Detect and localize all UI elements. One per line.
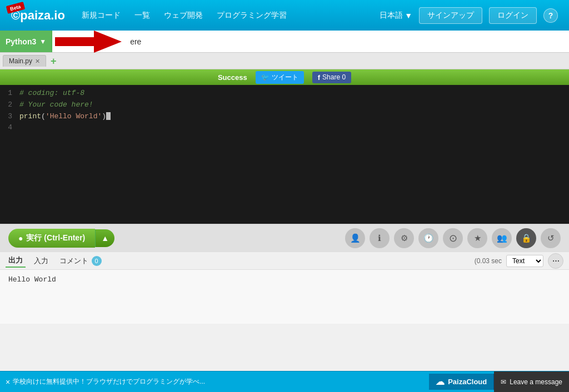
output-tabs-right: (0.03 sec Text HTML ⋯ bbox=[475, 253, 563, 269]
code-line-2: # Your code here! bbox=[19, 99, 566, 111]
refresh-icon-button[interactable]: ↺ bbox=[541, 228, 561, 248]
run-dropdown-button[interactable]: ▲ bbox=[95, 229, 114, 247]
signup-button[interactable]: サインアップ bbox=[419, 7, 482, 24]
output-content: Hello World bbox=[0, 270, 569, 289]
line-number: 3 bbox=[4, 111, 12, 123]
lock-icon-button[interactable]: 🔒 bbox=[516, 228, 536, 248]
comment-badge: 0 bbox=[92, 256, 102, 266]
github-icon-button[interactable]: ⊙ bbox=[443, 228, 463, 248]
info-icon-button[interactable]: ℹ bbox=[370, 228, 390, 248]
line-number: 4 bbox=[4, 122, 12, 134]
nav-list[interactable]: 一覧 bbox=[134, 11, 150, 21]
filename-input[interactable] bbox=[124, 31, 569, 52]
line-number: 1 bbox=[4, 88, 12, 99]
nav-programming[interactable]: プログラミング学習 bbox=[217, 11, 287, 21]
output-tab-comment[interactable]: コメント 0 bbox=[57, 255, 104, 267]
twitter-icon: 🐦 bbox=[261, 73, 269, 81]
red-arrow-icon bbox=[55, 31, 122, 53]
login-button[interactable]: ログイン bbox=[489, 7, 537, 24]
paiza-cloud-icon: ☁ bbox=[436, 376, 445, 387]
code-line-3: print('Hello World') bbox=[19, 111, 566, 123]
run-bar: ● 実行 (Ctrl-Enter) ▲ 👤 ℹ ⚙ 🕐 ⊙ ★ 👥 🔒 ↺ bbox=[0, 224, 569, 252]
group-icon-button[interactable]: 👥 bbox=[492, 228, 512, 248]
header: Beta ©paiza.io 新規コード 一覧 ウェブ開発 プログラミング学習 … bbox=[0, 0, 569, 31]
language-selector-btn[interactable]: Python3 ▼ bbox=[0, 31, 52, 52]
output-format-select[interactable]: Text HTML bbox=[506, 255, 543, 267]
output-tab-input[interactable]: 入力 bbox=[31, 255, 51, 267]
header-right: 日本語 ▼ サインアップ ログイン ? bbox=[380, 7, 558, 24]
paiza-cloud-button[interactable]: ☁ PaizaCloud bbox=[429, 374, 494, 390]
selected-language: Python3 bbox=[6, 37, 36, 46]
tab-row: Main.py ✕ + bbox=[0, 53, 569, 69]
svg-marker-0 bbox=[55, 31, 122, 53]
code-editor[interactable]: 1 2 3 4 # coding: utf-8 # Your code here… bbox=[0, 85, 569, 224]
user-icon-button[interactable]: 👤 bbox=[345, 228, 365, 248]
settings-icon-button[interactable]: ⚙ bbox=[394, 228, 414, 248]
bottom-promo: × 学校向けに無料提供中！ブラウザだけでプログラミングが学べ... bbox=[0, 377, 429, 386]
toolbar-icons: 👤 ℹ ⚙ 🕐 ⊙ ★ 👥 🔒 ↺ bbox=[345, 228, 561, 248]
tweet-button[interactable]: 🐦 ツイート bbox=[256, 71, 304, 84]
status-bar: Success 🐦 ツイート f Share 0 bbox=[0, 69, 569, 85]
output-tabs-left: 出力 入力 コメント 0 bbox=[6, 254, 104, 268]
help-button[interactable]: ? bbox=[543, 8, 558, 23]
line-numbers: 1 2 3 4 bbox=[0, 85, 17, 224]
chevron-down-icon: ▼ bbox=[39, 38, 46, 46]
tab-filename: Main.py bbox=[9, 57, 32, 65]
header-left: Beta ©paiza.io 新規コード 一覧 ウェブ開発 プログラミング学習 bbox=[11, 8, 287, 23]
code-content[interactable]: # coding: utf-8 # Your code here! print(… bbox=[17, 85, 569, 224]
logo-area: Beta ©paiza.io bbox=[11, 8, 65, 23]
output-tab-output[interactable]: 出力 bbox=[6, 254, 26, 268]
star-icon-button[interactable]: ★ bbox=[467, 228, 487, 248]
output-area: 出力 入力 コメント 0 (0.03 sec Text HTML ⋯ Hello… bbox=[0, 252, 569, 324]
status-success: Success bbox=[218, 73, 247, 82]
run-button[interactable]: ● 実行 (Ctrl-Enter) bbox=[8, 229, 95, 248]
share-button[interactable]: f Share 0 bbox=[312, 72, 351, 83]
add-tab-button[interactable]: + bbox=[51, 56, 57, 66]
nav-new-code[interactable]: 新規コード bbox=[82, 11, 121, 21]
code-print-keyword: print bbox=[19, 112, 41, 120]
output-tabs: 出力 入力 コメント 0 (0.03 sec Text HTML ⋯ bbox=[0, 252, 569, 270]
nav-links: 新規コード 一覧 ウェブ開発 プログラミング学習 bbox=[82, 11, 287, 21]
code-line-1: # coding: utf-8 bbox=[19, 88, 566, 99]
tab-close-icon[interactable]: ✕ bbox=[35, 58, 40, 65]
main-py-tab[interactable]: Main.py ✕ bbox=[3, 55, 46, 67]
cursor-block bbox=[106, 112, 111, 120]
bottom-bar: × 学校向けに無料提供中！ブラウザだけでプログラミングが学べ... ☁ Paiz… bbox=[0, 371, 569, 392]
mail-icon: ✉ bbox=[501, 378, 506, 386]
clock-icon-button[interactable]: 🕐 bbox=[418, 228, 438, 248]
code-line-4 bbox=[19, 122, 566, 134]
leave-message-button[interactable]: ✉ Leave a message bbox=[494, 371, 569, 392]
play-icon: ● bbox=[18, 234, 23, 243]
code-hello-string: 'Hello World' bbox=[46, 112, 102, 120]
promo-text: 学校向けに無料提供中！ブラウザだけでプログラミングが学べ... bbox=[13, 377, 205, 386]
line-number: 2 bbox=[4, 99, 12, 111]
output-options-button[interactable]: ⋯ bbox=[548, 253, 563, 269]
facebook-icon: f bbox=[318, 73, 320, 82]
arrow-container bbox=[52, 31, 124, 53]
nav-web-dev[interactable]: ウェブ開発 bbox=[164, 11, 203, 21]
run-btn-group: ● 実行 (Ctrl-Enter) ▲ bbox=[8, 229, 114, 248]
output-time: (0.03 sec bbox=[475, 257, 502, 265]
output-text: Hello World bbox=[8, 275, 56, 284]
language-selector[interactable]: 日本語 ▼ bbox=[380, 11, 412, 21]
toolbar-row: Python3 ▼ bbox=[0, 31, 569, 53]
close-promo-button[interactable]: × bbox=[6, 378, 10, 386]
